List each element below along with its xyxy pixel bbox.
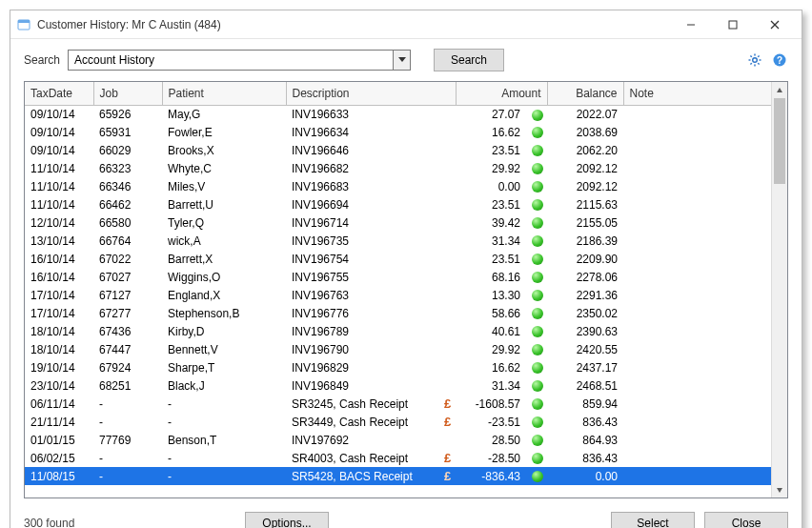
table-row[interactable]: 13/10/1466764wick,AINV19673531.342186.39 <box>25 232 787 250</box>
customer-history-window: Customer History: Mr C Austin (484) Sear… <box>10 10 802 528</box>
cell-amount: 16.62 <box>456 123 526 141</box>
search-button[interactable]: Search <box>434 49 504 71</box>
cell-description: INV196763 <box>286 286 438 304</box>
table-row[interactable]: 11/08/15--SR5428, BACS Receipt£-836.430.… <box>25 467 787 485</box>
status-ok-icon <box>532 181 543 193</box>
table-row[interactable]: 06/11/14--SR3245, Cash Receipt£-1608.578… <box>25 395 787 413</box>
cell-amount: 27.07 <box>456 105 526 123</box>
col-balance[interactable]: Balance <box>547 82 623 105</box>
table-row[interactable]: 21/11/14--SR3449, Cash Receipt£-23.51836… <box>25 413 787 431</box>
svg-rect-3 <box>729 21 737 29</box>
table-row[interactable]: 17/10/1467277Stephenson,BINV19677658.662… <box>25 304 787 322</box>
cell-note <box>623 304 786 322</box>
status-ok-icon <box>532 217 543 229</box>
cell-description: SR4003, Cash Receipt <box>286 449 438 467</box>
cell-balance: 2092.12 <box>547 159 623 177</box>
scroll-up-icon[interactable] <box>772 82 787 98</box>
cell-amount: 39.42 <box>456 213 526 232</box>
cell-patient: Tyler,Q <box>162 213 286 232</box>
cell-description: INV196646 <box>286 141 438 159</box>
table-row[interactable]: 17/10/1467127England,XINV19676313.302291… <box>25 286 787 304</box>
cell-job: 67127 <box>93 286 162 304</box>
table-row[interactable]: 11/10/1466462Barrett,UINV19669423.512115… <box>25 195 787 213</box>
svg-marker-6 <box>398 57 406 62</box>
table-row[interactable]: 12/10/1466580Tyler,QINV19671439.422155.0… <box>25 213 787 232</box>
col-note[interactable]: Note <box>623 82 786 105</box>
table-row[interactable]: 23/10/1468251Black,JINV19684931.342468.5… <box>25 376 787 395</box>
cell-amount: 0.00 <box>456 177 526 195</box>
col-description[interactable]: Description <box>286 82 456 105</box>
table-row[interactable]: 11/10/1466323Whyte,CINV19668229.922092.1… <box>25 159 787 177</box>
cell-status <box>526 304 547 322</box>
table-row[interactable]: 09/10/1466029Brooks,XINV19664623.512062.… <box>25 141 787 159</box>
cell-note <box>623 105 786 123</box>
cell-currency-icon <box>438 177 456 195</box>
cell-patient: Barrett,U <box>162 195 286 213</box>
cell-job: 67447 <box>93 340 162 358</box>
cell-description: INV196849 <box>286 376 438 395</box>
minimize-button[interactable] <box>670 11 712 38</box>
col-taxdate[interactable]: TaxDate <box>25 82 93 105</box>
cell-job: 66029 <box>93 141 162 159</box>
cell-currency-icon <box>438 286 456 304</box>
vertical-scrollbar[interactable] <box>771 82 787 498</box>
table-row[interactable]: 01/01/1577769Benson,TINV19769228.50864.9… <box>25 431 787 449</box>
cell-status <box>526 195 547 213</box>
cell-currency-icon: £ <box>438 395 456 413</box>
cell-currency-icon <box>438 431 456 449</box>
cell-note <box>623 322 786 340</box>
scroll-track[interactable] <box>772 98 787 481</box>
status-ok-icon <box>532 471 543 482</box>
select-button[interactable]: Select <box>611 512 695 528</box>
pound-icon: £ <box>444 469 451 483</box>
cell-job: - <box>93 467 162 485</box>
close-window-button[interactable] <box>754 11 796 38</box>
table-row[interactable]: 06/02/15--SR4003, Cash Receipt£-28.50836… <box>25 449 787 467</box>
cell-status <box>526 467 547 485</box>
cell-amount: 40.61 <box>456 322 526 340</box>
cell-patient: Brooks,X <box>162 141 286 159</box>
search-toolbar: Search Account History Search ? <box>10 39 802 77</box>
cell-amount: 31.34 <box>456 376 526 395</box>
help-icon[interactable]: ? <box>771 51 788 69</box>
table-row[interactable]: 16/10/1467027Wiggins,OINV19675568.162278… <box>25 268 787 286</box>
cell-description: INV196682 <box>286 159 438 177</box>
cell-status <box>526 268 547 286</box>
scroll-thumb[interactable] <box>774 98 785 184</box>
chevron-down-icon[interactable] <box>393 51 410 70</box>
status-ok-icon <box>532 326 543 337</box>
cell-job: - <box>93 395 162 413</box>
cell-patient: Black,J <box>162 376 286 395</box>
cell-currency-icon: £ <box>438 449 456 467</box>
options-button[interactable]: Options... <box>245 512 329 528</box>
table-row[interactable]: 19/10/1467924Sharpe,TINV19682916.622437.… <box>25 358 787 376</box>
status-ok-icon <box>532 435 543 446</box>
col-amount[interactable]: Amount <box>456 82 547 105</box>
cell-job: 68251 <box>93 376 162 395</box>
table-row[interactable]: 11/10/1466346Miles,VINV1966830.002092.12 <box>25 177 787 195</box>
cell-patient: - <box>162 449 286 467</box>
cell-status <box>526 141 547 159</box>
cell-amount: 58.66 <box>456 304 526 322</box>
table-row[interactable]: 09/10/1465931Fowler,EINV19663416.622038.… <box>25 123 787 141</box>
table-row[interactable]: 18/10/1467436Kirby,DINV19678940.612390.6… <box>25 322 787 340</box>
col-job[interactable]: Job <box>93 82 162 105</box>
cell-amount: -836.43 <box>456 467 526 485</box>
col-patient[interactable]: Patient <box>162 82 286 105</box>
settings-icon[interactable] <box>746 51 763 69</box>
table-row[interactable]: 18/10/1467447Bennett,VINV19679029.922420… <box>25 340 787 358</box>
cell-description: INV196634 <box>286 123 438 141</box>
search-type-combo[interactable]: Account History <box>68 50 411 71</box>
scroll-down-icon[interactable] <box>772 481 787 498</box>
header-row: TaxDate Job Patient Description Amount B… <box>25 82 787 105</box>
table-row[interactable]: 16/10/1467022Barrett,XINV19675423.512209… <box>25 250 787 268</box>
maximize-button[interactable] <box>712 11 754 38</box>
svg-point-7 <box>753 58 758 63</box>
cell-balance: 2092.12 <box>547 177 623 195</box>
status-ok-icon <box>532 308 543 319</box>
cell-patient: Benson,T <box>162 431 286 449</box>
close-button[interactable]: Close <box>704 512 788 528</box>
cell-balance: 859.94 <box>547 395 623 413</box>
cell-job: 65931 <box>93 123 162 141</box>
table-row[interactable]: 09/10/1465926May,GINV19663327.072022.07 <box>25 105 787 123</box>
